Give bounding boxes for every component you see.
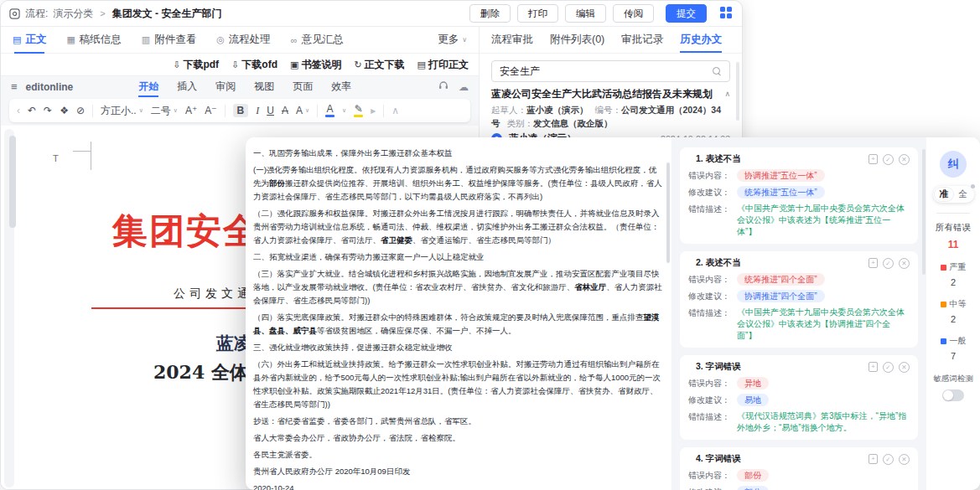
submit-button[interactable]: 提交 xyxy=(666,4,707,23)
accept-icon[interactable]: ✓ xyxy=(883,258,894,269)
text-case-button[interactable]: A∨ xyxy=(296,105,309,116)
search-icon[interactable] xyxy=(713,67,722,76)
tab-附件查看[interactable]: ▥附件查看 xyxy=(142,27,196,54)
download-下载pdf[interactable]: ⇩下载pdf xyxy=(173,58,219,72)
error-card[interactable]: 2. 表述不当+✓✕错误内容：统筹推进“四个全面”修改建议：协调推进“四个全面”… xyxy=(680,251,918,348)
ribbon-tab-效率[interactable]: 效率 xyxy=(331,76,351,97)
error-card-actions: +✓✕ xyxy=(869,454,910,465)
error-card-header: 4. 字词错误+✓✕ xyxy=(688,453,910,465)
tab-稿纸信息[interactable]: ▦稿纸信息 xyxy=(66,27,121,54)
italic-button[interactable]: I xyxy=(256,106,259,116)
download-书签说明[interactable]: ▣书签说明 xyxy=(290,58,341,72)
tab-正文[interactable]: ▤正文 xyxy=(13,27,46,54)
ribbon-tab-视图[interactable]: 视图 xyxy=(254,76,274,97)
error-card[interactable]: 4. 字词错误+✓✕错误内容：部份修改建议：部分 xyxy=(680,447,918,490)
accept-icon[interactable]: ✓ xyxy=(883,362,894,373)
error-card[interactable]: 1. 表述不当+✓✕错误内容：协调推进“五位一体”修改建议：统筹推进“五位一体”… xyxy=(680,147,918,244)
download-label: 下载ofd xyxy=(241,58,277,72)
download-正文下载[interactable]: ↻正文下载 xyxy=(354,58,404,72)
support-headset-icon[interactable] xyxy=(438,80,449,93)
toolbar-more-icon[interactable]: ▸ xyxy=(371,106,376,116)
collapse-toolbar-icon[interactable]: ∧ xyxy=(391,106,399,116)
search-box[interactable]: 安全生产 xyxy=(491,60,730,82)
error-content-pill[interactable]: 部份 xyxy=(737,469,769,482)
dismiss-icon[interactable]: ✕ xyxy=(899,454,910,465)
dismiss-icon[interactable]: ✕ xyxy=(899,258,910,269)
font-color-button[interactable]: A xyxy=(325,104,334,117)
error-type: 2. 表述不当 xyxy=(696,257,741,269)
suggestion-pill[interactable]: 协调推进“四个全面” xyxy=(737,290,825,302)
panel-tab-历史办文[interactable]: 历史办文 xyxy=(680,27,722,53)
header-action-传阅[interactable]: 传阅 xyxy=(613,4,654,23)
ribbon-tab-插入[interactable]: 插入 xyxy=(177,76,197,97)
mode-full[interactable]: 全 xyxy=(953,188,972,201)
more-menu[interactable]: 更多∨ xyxy=(438,33,467,47)
locate-icon[interactable]: + xyxy=(869,154,878,164)
error-content-pill[interactable]: 协调推进“五位一体” xyxy=(737,169,825,182)
doc-paragraph: (一)强化劳务输出组织化程度。依托现有人力资源服务机构，通过政府购买服务等方式强… xyxy=(253,163,663,204)
locate-icon[interactable]: + xyxy=(869,454,878,464)
dismiss-icon[interactable]: ✕ xyxy=(899,154,910,165)
editor-scrollbar[interactable] xyxy=(4,129,14,487)
toolbar-back-icon[interactable]: ‹ xyxy=(17,106,20,116)
document-scrollbar[interactable] xyxy=(666,162,670,263)
panel-tab-审批记录[interactable]: 审批记录 xyxy=(621,27,663,53)
accept-icon[interactable]: ✓ xyxy=(883,154,894,165)
header-action-编辑[interactable]: 编辑 xyxy=(565,4,606,23)
mode-accurate[interactable]: 准 xyxy=(935,188,954,201)
decrease-font-button[interactable]: A⁻ xyxy=(205,106,216,116)
panel-tab-附件列表(0)[interactable]: 附件列表(0) xyxy=(550,27,604,53)
suggestion-pill[interactable]: 易地 xyxy=(737,394,769,406)
panel-scrollbar[interactable] xyxy=(736,62,739,121)
ribbon-tab-审阅[interactable]: 审阅 xyxy=(215,76,236,97)
error-type: 3. 字词错误 xyxy=(696,361,741,373)
mode-toggle[interactable]: 准 全 xyxy=(933,186,974,203)
locate-icon[interactable]: + xyxy=(869,258,878,268)
download-toolbar: ⇩下载pdf⇩下载ofd▣书签说明↻正文下载▤打印正文 xyxy=(1,54,479,75)
ribbon-tab-页面[interactable]: 页面 xyxy=(293,76,313,97)
tab-label: 稿纸信息 xyxy=(80,33,122,47)
error-list-scrollbar[interactable] xyxy=(922,149,926,275)
apps-grid-icon[interactable] xyxy=(720,7,734,20)
suggestion-pill[interactable]: 统筹推进“五位一体” xyxy=(737,186,825,199)
error-content-pill[interactable]: 统筹推进“四个全面” xyxy=(737,273,825,286)
chevron-down-icon[interactable]: ∨ xyxy=(342,107,346,114)
panel-tab-流程审批[interactable]: 流程审批 xyxy=(491,27,533,53)
font-size-select[interactable]: 二号∨ xyxy=(151,104,178,118)
suggestion-pill[interactable]: 部分 xyxy=(737,486,769,490)
header-action-删除[interactable]: 删除 xyxy=(469,4,511,23)
error-content-pill[interactable]: 异地 xyxy=(737,377,769,389)
download-打印正文[interactable]: ▤打印正文 xyxy=(417,58,469,72)
search-input[interactable]: 安全生产 xyxy=(500,64,713,79)
suggestion-label: 修改建议： xyxy=(688,186,737,199)
clear-format-icon[interactable]: ⊘ xyxy=(76,106,85,116)
undo-icon[interactable]: ↶ xyxy=(28,106,36,116)
locate-icon[interactable]: + xyxy=(869,362,878,372)
strikethrough-button[interactable]: A xyxy=(282,106,288,116)
tab-流程处理[interactable]: ◎流程处理 xyxy=(216,27,271,54)
meta-label: 编号： xyxy=(595,105,622,115)
sensitive-words-label: 敏感词检测 xyxy=(933,374,973,384)
cloud-icon[interactable]: ☁ xyxy=(459,81,469,93)
increase-font-button[interactable]: A⁺ xyxy=(185,106,197,116)
font-family-select[interactable]: 方正小..∨ xyxy=(101,104,143,118)
proofread-document[interactable]: 一、巩固劳务输出成果，保障外出务工搬迁群众基本权益(一)强化劳务输出组织化程度。… xyxy=(246,137,671,490)
format-painter-icon[interactable]: ❖ xyxy=(60,106,69,116)
underline-button[interactable]: U xyxy=(267,106,274,116)
tab-意见汇总[interactable]: ∞意见汇总 xyxy=(291,27,344,54)
bold-button[interactable]: B xyxy=(233,104,249,117)
highlight-color-button[interactable]: ✎ xyxy=(354,104,363,117)
sensitive-words-toggle[interactable] xyxy=(942,389,964,401)
correction-fab[interactable]: 纠 xyxy=(940,151,967,178)
breadcrumb-section[interactable]: 演示分类 xyxy=(53,7,93,21)
redo-icon[interactable]: ↷ xyxy=(44,106,52,116)
download-下载ofd[interactable]: ⇩下载ofd xyxy=(231,58,277,72)
accept-icon[interactable]: ✓ xyxy=(883,454,894,465)
header-action-打印[interactable]: 打印 xyxy=(517,4,558,23)
ribbon-tab-开始[interactable]: 开始 xyxy=(138,76,158,97)
collapse-icon[interactable]: ∧ xyxy=(724,90,730,101)
history-doc-title[interactable]: 蓝凌公司安全生产大比武活动总结报告及未来规划 xyxy=(491,88,719,101)
error-card[interactable]: 3. 字词错误+✓✕错误内容：异地修改建议：易地错情描述：《现代汉语规范词典》第… xyxy=(680,355,918,440)
dismiss-icon[interactable]: ✕ xyxy=(899,362,910,373)
hamburger-icon[interactable]: ≡ xyxy=(11,80,18,93)
